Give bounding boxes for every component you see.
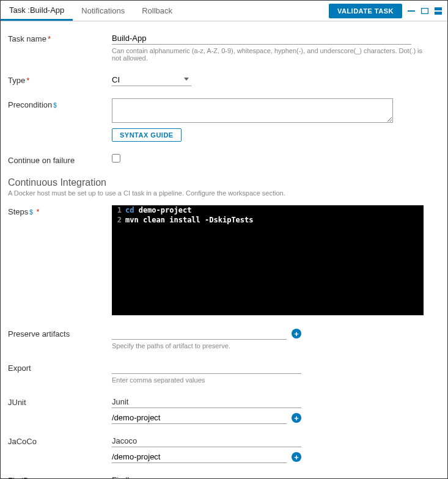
export-input[interactable] — [112, 362, 301, 374]
preserve-artifacts-input[interactable] — [112, 327, 287, 340]
task-name-row: Task name* Can contain alphanumeric (a-z… — [8, 32, 440, 62]
export-label: Export — [8, 362, 112, 373]
tab-rollback[interactable]: Rollback — [133, 1, 181, 21]
task-name-help: Can contain alphanumeric (a-z, A-Z, 0-9)… — [112, 47, 424, 62]
junit-row: JUnit Junit + — [8, 396, 440, 424]
type-label: Type* — [8, 74, 112, 85]
minimize-icon[interactable] — [407, 7, 416, 15]
add-junit-button[interactable]: + — [292, 413, 301, 423]
svg-rect-3 — [435, 12, 442, 15]
continue-on-failure-row: Continue on failure — [8, 154, 440, 165]
line-number: 1 — [112, 206, 125, 216]
required-indicator: * — [26, 76, 29, 85]
precondition-label: Precondition$ — [8, 98, 112, 109]
findbugs-name: Findbugs — [112, 474, 301, 478]
tab-task[interactable]: Task :Build-App — [1, 1, 73, 21]
precondition-input[interactable] — [112, 98, 393, 123]
svg-rect-0 — [408, 10, 415, 12]
precondition-row: Precondition$ SYNTAX GUIDE — [8, 98, 440, 142]
type-select[interactable] — [112, 74, 191, 86]
add-jacoco-button[interactable]: + — [292, 452, 301, 462]
svg-rect-2 — [435, 7, 442, 10]
jacoco-path-input[interactable] — [112, 451, 287, 463]
tabs: Task :Build-App Notifications Rollback — [1, 1, 181, 21]
junit-path-input[interactable] — [112, 412, 287, 424]
line-number: 2 — [112, 216, 125, 225]
validate-task-button[interactable]: VALIDATE TASK — [329, 4, 402, 18]
ci-section-title: Continuous Integration — [8, 177, 440, 188]
steps-label: Steps$ * — [8, 205, 112, 216]
export-placeholder: Enter comma separated values — [112, 376, 301, 384]
header-actions: VALIDATE TASK — [329, 4, 442, 18]
required-indicator: * — [34, 207, 40, 216]
preserve-artifacts-row: Preserve artifacts + Specify the paths o… — [8, 327, 440, 349]
type-row: Type* — [8, 74, 440, 86]
ci-section-desc: A Docker host must be set up to use a CI… — [8, 189, 440, 197]
required-indicator: * — [48, 34, 51, 43]
variable-link-icon[interactable]: $ — [53, 102, 57, 109]
preserve-artifacts-label: Preserve artifacts — [8, 327, 112, 338]
steps-row: Steps$ * 1 cd demo-project 2 mvn clean i… — [8, 205, 440, 315]
continue-on-failure-label: Continue on failure — [8, 154, 112, 165]
task-name-input[interactable] — [112, 32, 411, 45]
preserve-artifacts-help: Specify the paths of artifact to preserv… — [112, 342, 424, 349]
findbugs-label: FindBugs — [8, 474, 112, 478]
content: Task name* Can contain alphanumeric (a-z… — [1, 21, 447, 478]
steps-editor[interactable]: 1 cd demo-project 2 mvn clean install -D… — [112, 205, 424, 315]
maximize-icon[interactable] — [420, 7, 429, 15]
tab-notifications[interactable]: Notifications — [73, 1, 133, 21]
task-name-label: Task name* — [8, 32, 112, 43]
continue-on-failure-checkbox[interactable] — [112, 154, 120, 163]
add-artifact-button[interactable]: + — [292, 329, 301, 338]
syntax-guide-button[interactable]: SYNTAX GUIDE — [112, 128, 182, 142]
jacoco-name: Jacoco — [112, 435, 301, 447]
header: Task :Build-App Notifications Rollback V… — [1, 1, 447, 21]
jacoco-label: JaCoCo — [8, 435, 112, 446]
variable-link-icon[interactable]: $ — [29, 209, 33, 216]
jacoco-row: JaCoCo Jacoco + — [8, 435, 440, 463]
export-row: Export Enter comma separated values — [8, 362, 440, 384]
svg-rect-1 — [422, 8, 428, 13]
junit-name: Junit — [112, 396, 301, 408]
restore-icon[interactable] — [434, 7, 442, 15]
junit-label: JUnit — [8, 396, 112, 407]
findbugs-row: FindBugs Findbugs + — [8, 474, 440, 478]
